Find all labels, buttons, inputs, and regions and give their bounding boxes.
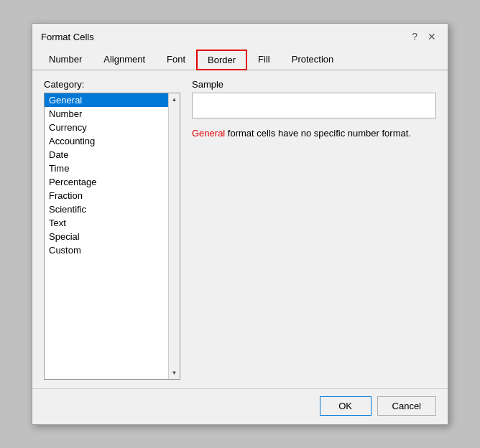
description-highlight: General xyxy=(192,128,225,139)
sample-box xyxy=(192,93,436,118)
tab-number[interactable]: Number xyxy=(38,50,93,70)
title-bar-controls: ? ✕ xyxy=(409,29,439,44)
cancel-button[interactable]: Cancel xyxy=(377,396,436,416)
dialog-title: Format Cells xyxy=(41,32,94,42)
ok-button[interactable]: OK xyxy=(320,396,371,416)
scroll-up-arrow[interactable]: ▲ xyxy=(170,95,179,104)
list-item[interactable]: Text xyxy=(45,216,168,230)
list-item[interactable]: Time xyxy=(45,162,168,175)
footer: OK Cancel xyxy=(32,388,448,424)
close-button[interactable]: ✕ xyxy=(425,29,439,44)
list-inner: GeneralNumberCurrencyAccountingDateTimeP… xyxy=(45,93,180,379)
help-button[interactable]: ? xyxy=(409,29,420,44)
list-item[interactable]: Custom xyxy=(45,243,168,257)
list-item[interactable]: Percentage xyxy=(45,175,168,189)
tab-protection[interactable]: Protection xyxy=(281,50,345,70)
tab-font[interactable]: Font xyxy=(156,50,196,70)
left-panel: Category: GeneralNumberCurrencyAccountin… xyxy=(44,79,180,380)
scroll-down-arrow[interactable]: ▼ xyxy=(170,368,179,378)
list-item[interactable]: Date xyxy=(45,148,168,162)
sample-label: Sample xyxy=(192,79,436,90)
list-item[interactable]: Currency xyxy=(45,121,168,134)
scrollbar: ▲ ▼ xyxy=(168,93,180,379)
list-item[interactable]: Accounting xyxy=(45,134,168,148)
list-item[interactable]: Special xyxy=(45,230,168,243)
title-bar: Format Cells ? ✕ xyxy=(32,24,448,47)
main-area: Category: GeneralNumberCurrencyAccountin… xyxy=(44,79,436,380)
right-panel: Sample General format cells have no spec… xyxy=(192,79,436,380)
category-list-container: GeneralNumberCurrencyAccountingDateTimeP… xyxy=(44,93,180,380)
format-cells-dialog: Format Cells ? ✕ NumberAlignmentFontBord… xyxy=(32,23,448,425)
list-item[interactable]: Fraction xyxy=(45,189,168,202)
list-item[interactable]: Number xyxy=(45,107,168,121)
tab-fill[interactable]: Fill xyxy=(247,50,281,70)
tab-bar: NumberAlignmentFontBorderFillProtection xyxy=(32,50,448,70)
tab-border[interactable]: Border xyxy=(196,50,247,70)
list-item[interactable]: Scientific xyxy=(45,202,168,216)
description-rest: format cells have no specific number for… xyxy=(225,128,411,139)
content-area: Category: GeneralNumberCurrencyAccountin… xyxy=(32,70,448,388)
tab-alignment[interactable]: Alignment xyxy=(93,50,156,70)
list-item[interactable]: General xyxy=(45,93,168,107)
description-text: General format cells have no specific nu… xyxy=(192,127,436,140)
category-list-scroll[interactable]: GeneralNumberCurrencyAccountingDateTimeP… xyxy=(45,93,168,379)
category-label: Category: xyxy=(44,79,180,90)
